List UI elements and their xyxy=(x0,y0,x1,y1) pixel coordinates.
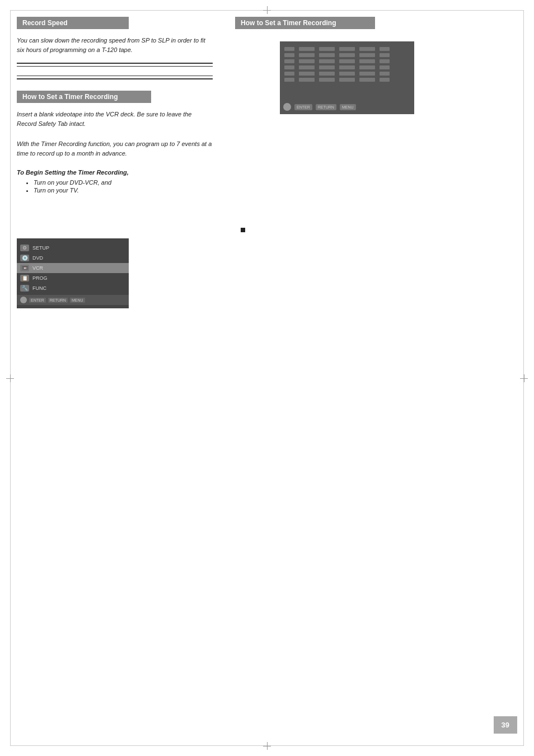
cell-0-3 xyxy=(339,47,355,51)
menu-label-prog: PROG xyxy=(32,275,48,281)
divider-thick-1 xyxy=(17,63,213,64)
cell-2-0 xyxy=(284,59,294,63)
timer-intro-1: Insert a blank videotape into the VCR de… xyxy=(17,110,213,128)
cell-5-2 xyxy=(319,78,335,82)
screen-row-1 xyxy=(284,53,410,57)
timer-screen-mockup: ENTER RETURN MENU xyxy=(280,41,414,114)
page-number: 39 xyxy=(494,716,517,734)
menu-btn-enter: ENTER xyxy=(29,298,46,303)
screen-row-2 xyxy=(284,59,410,63)
cell-0-1 xyxy=(299,47,315,51)
menu-bottom-bar: ENTER RETURN MENU xyxy=(17,295,129,305)
divider-thin-1 xyxy=(17,66,213,67)
vcr-icon: 📼 xyxy=(20,265,29,271)
divider-section xyxy=(17,63,213,79)
right-column: How to Set a Timer Recording xyxy=(224,17,517,308)
screen-btn-enter: ENTER xyxy=(294,104,312,110)
cell-2-1 xyxy=(299,59,315,63)
how-to-timer-section-right: How to Set a Timer Recording xyxy=(235,17,517,36)
cell-1-5 xyxy=(380,53,390,57)
left-column: Record Speed You can slow down the recor… xyxy=(17,17,224,308)
cell-2-2 xyxy=(319,59,335,63)
bullet-item-2: Turn on your TV. xyxy=(34,187,213,194)
cell-4-1 xyxy=(299,72,315,76)
menu-mockup: ⚙ SETUP 💿 DVD 📼 VCR xyxy=(17,238,129,308)
func-icon: 🔧 xyxy=(20,285,29,292)
cell-4-0 xyxy=(284,72,294,76)
menu-row-dvd: 💿 DVD xyxy=(17,253,129,263)
record-speed-section: Record Speed You can slow down the recor… xyxy=(17,17,213,54)
crosshair-right-middle xyxy=(520,374,528,382)
cell-1-2 xyxy=(319,53,335,57)
menu-row-func: 🔧 FUNC xyxy=(17,283,129,293)
cell-1-4 xyxy=(359,53,375,57)
cell-1-1 xyxy=(299,53,315,57)
crosshair-left-middle xyxy=(6,374,14,382)
cell-3-1 xyxy=(299,65,315,69)
menu-label-setup: SETUP xyxy=(32,245,49,251)
cell-5-3 xyxy=(339,78,355,82)
menu-bottom-circle-icon xyxy=(20,297,27,303)
cell-0-2 xyxy=(319,47,335,51)
screen-row-5 xyxy=(284,78,410,82)
screen-circle-icon xyxy=(283,103,291,111)
how-to-timer-header-left: How to Set a Timer Recording xyxy=(17,91,151,103)
cell-2-3 xyxy=(339,59,355,63)
cell-2-4 xyxy=(359,59,375,63)
cell-3-0 xyxy=(284,65,294,69)
menu-row-setup: ⚙ SETUP xyxy=(17,243,129,253)
screen-btn-menu: MENU xyxy=(340,104,356,110)
bullet-item-1: Turn on your DVD-VCR, and xyxy=(34,179,213,186)
cell-2-5 xyxy=(380,59,390,63)
how-to-timer-section-left: How to Set a Timer Recording Insert a bl… xyxy=(17,91,213,308)
screen-row-4 xyxy=(284,72,410,76)
screen-row-0 xyxy=(284,47,410,51)
cell-0-0 xyxy=(284,47,294,51)
timer-bullet-list: Turn on your DVD-VCR, and Turn on your T… xyxy=(17,179,213,194)
setup-icon: ⚙ xyxy=(20,245,29,251)
menu-btn-menu: MENU xyxy=(70,298,85,303)
cell-5-5 xyxy=(380,78,390,82)
cell-3-5 xyxy=(380,65,390,69)
record-speed-header: Record Speed xyxy=(17,17,129,29)
menu-label-vcr: VCR xyxy=(32,265,43,271)
cell-5-0 xyxy=(284,78,294,82)
cell-5-1 xyxy=(299,78,315,82)
screen-data-rows xyxy=(284,47,410,82)
cell-4-4 xyxy=(359,72,375,76)
timer-intro-2: With the Timer Recording function, you c… xyxy=(17,139,213,158)
square-bullet-area xyxy=(241,226,517,233)
divider-thick-2 xyxy=(17,78,213,79)
record-speed-intro: You can slow down the recording speed fr… xyxy=(17,36,213,54)
menu-label-func: FUNC xyxy=(32,285,46,291)
cell-4-2 xyxy=(319,72,335,76)
cell-4-5 xyxy=(380,72,390,76)
cell-3-3 xyxy=(339,65,355,69)
cell-5-4 xyxy=(359,78,375,82)
crosshair-top-center xyxy=(263,6,271,14)
crosshair-bottom-center xyxy=(263,742,271,750)
square-bullet-icon xyxy=(241,228,245,232)
menu-label-dvd: DVD xyxy=(32,255,43,261)
menu-row-prog: 📋 PROG xyxy=(17,273,129,283)
cell-3-4 xyxy=(359,65,375,69)
menu-row-vcr: 📼 VCR xyxy=(17,263,129,273)
screen-row-3 xyxy=(284,65,410,69)
prog-icon: 📋 xyxy=(20,275,29,281)
menu-btn-return: RETURN xyxy=(48,298,68,303)
cell-3-2 xyxy=(319,65,335,69)
screen-btn-return: RETURN xyxy=(316,104,336,110)
to-begin-text: To Begin Setting the Timer Recording, xyxy=(17,169,213,176)
how-to-timer-header-right: How to Set a Timer Recording xyxy=(235,17,375,29)
cell-4-3 xyxy=(339,72,355,76)
cell-1-0 xyxy=(284,53,294,57)
dvd-icon: 💿 xyxy=(20,255,29,261)
cell-0-5 xyxy=(380,47,390,51)
cell-0-4 xyxy=(359,47,375,51)
divider-thin-2 xyxy=(17,76,213,76)
screen-bottom-bar: ENTER RETURN MENU xyxy=(283,103,411,111)
cell-1-3 xyxy=(339,53,355,57)
